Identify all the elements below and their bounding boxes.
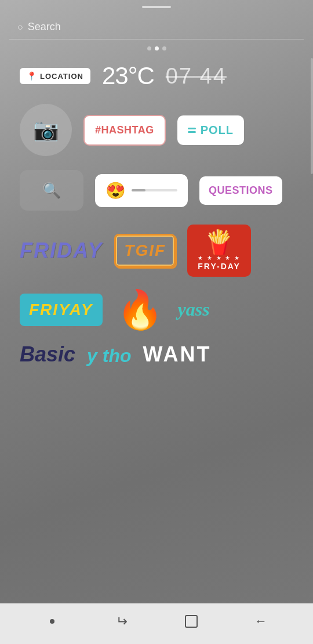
sticker-row-5: FRIYAY 🔥 yass [20,291,299,328]
questions-sticker[interactable]: QUESTIONS [199,176,282,205]
hashtag-sticker[interactable]: #HASHTAG [83,115,166,146]
fryday-sticker[interactable]: 🍟 ★ ★ ★ ★ ★ FRY-DAY [187,225,251,277]
friyay-text: FRIYAY [29,301,93,319]
basic-sticker[interactable]: Basic [20,342,75,367]
emoji-face: 😍 [105,181,126,200]
sticker-row-6: Basic y tho WANT [20,342,299,367]
time-sticker[interactable]: 07 44 [166,64,227,89]
hashtag-text: #HASHTAG [95,124,154,136]
ytho-sticker[interactable]: y tho [87,345,131,367]
questions-text: QUESTIONS [209,184,273,196]
page-dots [0,46,313,50]
handle-bar [142,6,171,8]
fryday-text: FRY-DAY [198,262,241,271]
friday-sticker[interactable]: FRIDAY [20,238,103,263]
nav-dot-button[interactable] [41,610,64,633]
location-pin-icon: 📍 [27,71,37,81]
emoji-slider-sticker[interactable]: 😍 [95,174,188,207]
want-sticker[interactable]: WANT [143,342,212,367]
search-bar[interactable]: ○ Search [9,15,304,39]
home-icon [185,615,198,628]
nav-home-button[interactable] [180,610,203,633]
page-dot-1 [147,46,151,50]
sticker-row-1: 📍 LOCATION 23°C 07 44 [20,62,299,90]
tgif-sticker[interactable]: TGIF [114,234,176,267]
poll-line-2 [188,131,196,133]
slider-track[interactable] [132,189,177,191]
nav-recent-button[interactable]: ↵ [110,610,133,633]
search-sticker[interactable]: 🔍 [20,170,83,211]
top-handle [0,0,313,8]
sticker-row-3: 🔍 😍 QUESTIONS [20,170,299,211]
location-sticker[interactable]: 📍 LOCATION [20,68,90,84]
sticker-row-2: 📷 #HASHTAG POLL [20,104,299,156]
poll-sticker[interactable]: POLL [177,115,244,145]
back-icon: ← [254,614,267,629]
sticker-row-4: FRIDAY TGIF 🍟 ★ ★ ★ ★ ★ FRY-DAY [20,225,299,277]
bottom-nav: ↵ ← [0,603,313,644]
search-sticker-icon: 🔍 [42,182,61,200]
recent-icon: ↵ [116,613,128,629]
poll-lines-icon [188,128,196,133]
nav-dot-icon [50,619,54,624]
yasss-sticker[interactable]: yass [178,299,210,320]
search-icon: ○ [17,22,23,32]
poll-text: POLL [201,124,234,137]
poll-line-1 [188,128,196,129]
location-label: LOCATION [40,72,83,81]
page-dot-2 [155,46,159,50]
scroll-indicator [311,58,313,174]
page-dot-3 [162,46,166,50]
camera-icon: 📷 [33,118,59,142]
friyay-sticker[interactable]: FRIYAY [20,294,103,326]
lit-sticker[interactable]: 🔥 [114,291,166,328]
temperature-sticker[interactable]: 23°C [102,62,154,90]
fryday-stars: ★ ★ ★ ★ ★ [198,255,241,261]
slider-fill [132,189,145,191]
tgif-text: TGIF [124,241,166,259]
nav-back-button[interactable]: ← [249,610,272,633]
search-label: Search [28,21,61,33]
sticker-grid: 📍 LOCATION 23°C 07 44 📷 #HASHTAG POLL [0,50,313,378]
camera-sticker[interactable]: 📷 [20,104,72,156]
fire-icon: 🔥 [117,291,163,328]
main-content: ○ Search 📍 LOCATION 23°C 07 44 📷 #HASHTA… [0,0,313,644]
fries-icon: 🍟 [205,230,234,254]
